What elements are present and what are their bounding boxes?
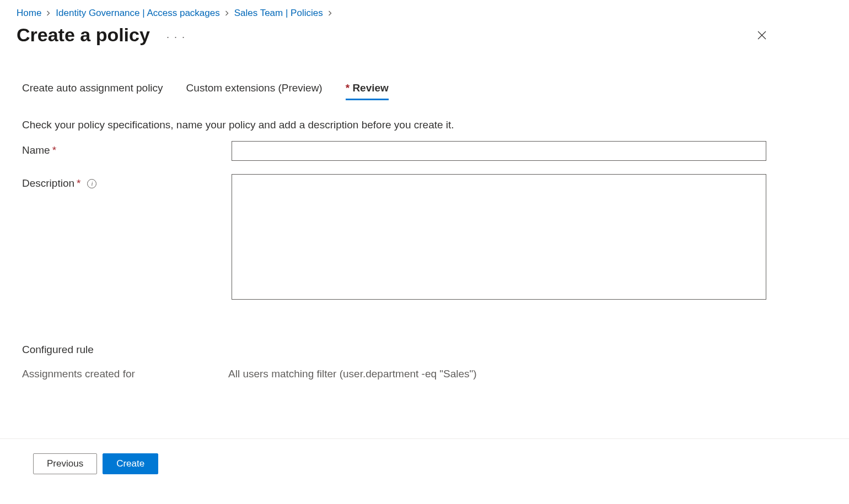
- close-button[interactable]: [755, 29, 769, 42]
- required-asterisk: *: [346, 82, 353, 94]
- description-label: Description * i: [22, 174, 232, 189]
- breadcrumb-sales-team-policies[interactable]: Sales Team | Policies: [234, 8, 323, 19]
- footer-actions: Previous Create: [0, 438, 849, 474]
- chevron-right-icon: [327, 9, 333, 18]
- assignments-value: All users matching filter (user.departme…: [228, 368, 477, 380]
- previous-button[interactable]: Previous: [33, 453, 97, 474]
- breadcrumb-home[interactable]: Home: [17, 8, 41, 19]
- tab-label: Custom extensions (Preview): [186, 82, 323, 94]
- tab-label: Review: [352, 82, 388, 94]
- configured-rule-heading: Configured rule: [22, 344, 827, 356]
- tab-label: Create auto assignment policy: [22, 82, 163, 94]
- name-input[interactable]: [232, 141, 766, 161]
- assignments-label: Assignments created for: [22, 368, 228, 380]
- required-asterisk: *: [77, 177, 80, 189]
- tab-create-auto-assignment[interactable]: Create auto assignment policy: [22, 82, 163, 100]
- create-button[interactable]: Create: [103, 453, 158, 474]
- breadcrumb: Home Identity Governance | Access packag…: [0, 0, 849, 19]
- tab-list: Create auto assignment policy Custom ext…: [22, 82, 827, 100]
- form-row-name: Name *: [22, 141, 827, 161]
- more-icon[interactable]: · · ·: [166, 27, 186, 43]
- page-title: Create a policy: [17, 24, 150, 46]
- chevron-right-icon: [224, 9, 230, 18]
- tab-review[interactable]: * Review: [346, 82, 389, 100]
- info-icon[interactable]: i: [87, 179, 96, 188]
- description-input[interactable]: [232, 174, 766, 300]
- breadcrumb-identity-governance[interactable]: Identity Governance | Access packages: [56, 8, 219, 19]
- close-icon: [756, 30, 767, 41]
- chevron-right-icon: [46, 9, 51, 18]
- assignments-row: Assignments created for All users matchi…: [22, 368, 827, 380]
- form-row-description: Description * i: [22, 174, 827, 300]
- tab-custom-extensions[interactable]: Custom extensions (Preview): [186, 82, 323, 100]
- required-asterisk: *: [52, 144, 56, 156]
- page-header: Create a policy · · ·: [0, 19, 849, 46]
- name-label: Name *: [22, 141, 232, 156]
- instruction-text: Check your policy specifications, name y…: [22, 119, 827, 131]
